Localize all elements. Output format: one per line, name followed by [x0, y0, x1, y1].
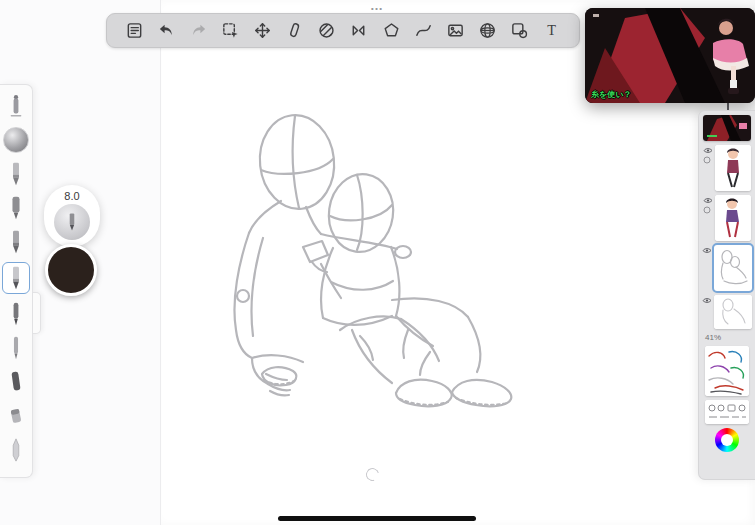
- fill-pattern-icon: [317, 21, 336, 40]
- tool-liner[interactable]: [2, 334, 30, 362]
- blend-icon: [703, 156, 711, 164]
- tool-pencil-selected[interactable]: [2, 262, 30, 294]
- pip-subtitle: 糸を使い？: [591, 89, 631, 100]
- image-icon: [446, 21, 465, 40]
- pages-icon: [125, 21, 144, 40]
- shape-icon: [382, 21, 401, 40]
- airbrush-icon: [7, 93, 25, 119]
- redo-button[interactable]: [185, 18, 211, 44]
- symmetry-icon: [349, 21, 368, 40]
- current-color-swatch[interactable]: [45, 244, 97, 296]
- curve-icon: [414, 21, 433, 40]
- tool-pencil-hb[interactable]: [2, 228, 30, 256]
- layer-thumb-image: [715, 145, 751, 191]
- color-sphere-icon: [3, 127, 29, 153]
- image-button[interactable]: [442, 18, 468, 44]
- undo-button[interactable]: [153, 18, 179, 44]
- eye-icon[interactable]: [702, 297, 712, 304]
- brush-strip: [0, 84, 33, 478]
- color-wheel-button[interactable]: [715, 428, 739, 452]
- home-indicator[interactable]: [278, 516, 476, 521]
- liner-icon: [7, 335, 25, 361]
- layer-thumb[interactable]: [715, 145, 751, 191]
- charcoal-icon: [7, 369, 25, 395]
- window-drag-handle[interactable]: …: [370, 0, 385, 13]
- layer-thumb-selected[interactable]: [714, 245, 752, 291]
- layer-row-character-1[interactable]: [703, 145, 751, 191]
- tool-eraser[interactable]: [2, 402, 30, 430]
- transform-icon: [253, 21, 272, 40]
- pencil-icon: [7, 229, 25, 255]
- layer-opacity-label: 41%: [699, 333, 721, 342]
- tool-marker[interactable]: [2, 194, 30, 222]
- brush-size-label: 8.0: [64, 190, 79, 202]
- marker-icon: [7, 195, 25, 221]
- smudge-button[interactable]: [282, 18, 308, 44]
- tool-pen[interactable]: [2, 300, 30, 328]
- layer-row-character-2[interactable]: [703, 195, 751, 241]
- brush-tip-icon: [65, 212, 79, 232]
- layers-panel: 41%: [698, 110, 755, 480]
- tool-color-sphere[interactable]: [2, 126, 30, 154]
- pip-video[interactable]: 糸を使い？: [585, 8, 755, 103]
- layer-thumb-image: [705, 400, 749, 424]
- layer-row-sketch-current[interactable]: [702, 245, 752, 291]
- svg-text:T: T: [547, 22, 556, 38]
- perspective-grid-button[interactable]: [475, 18, 501, 44]
- curve-button[interactable]: [410, 18, 436, 44]
- smudge-icon: [285, 21, 304, 40]
- brush-preview: [54, 204, 90, 240]
- shape-button[interactable]: [378, 18, 404, 44]
- pen-icon: [7, 301, 25, 327]
- symmetry-button[interactable]: [346, 18, 372, 44]
- perspective-grid-icon: [478, 21, 497, 40]
- text-icon: T: [542, 21, 561, 40]
- layer-thumb-image: [715, 195, 751, 241]
- tool-blender[interactable]: [2, 436, 30, 464]
- layer-thumb-image: [714, 295, 752, 329]
- blender-icon: [7, 437, 25, 463]
- brush-strip-tab[interactable]: [33, 292, 41, 334]
- eye-icon[interactable]: [702, 247, 712, 254]
- main-toolbar: T: [106, 13, 580, 48]
- undo-icon: [157, 21, 176, 40]
- eye-icon[interactable]: [703, 197, 713, 204]
- pencil-icon: [7, 265, 25, 291]
- tool-charcoal[interactable]: [2, 368, 30, 396]
- tool-pencil-soft[interactable]: [2, 160, 30, 188]
- reference-thumb-image: [703, 115, 751, 141]
- layer-thumb-color-rough[interactable]: [705, 346, 749, 396]
- eraser-icon: [7, 403, 25, 429]
- select-button[interactable]: [217, 18, 243, 44]
- layer-thumb[interactable]: [714, 295, 752, 329]
- select-icon: [221, 21, 240, 40]
- pencil-icon: [7, 161, 25, 187]
- blend-icon: [703, 206, 711, 214]
- reference-thumb[interactable]: [703, 115, 751, 141]
- text-button[interactable]: T: [539, 18, 565, 44]
- tool-airbrush[interactable]: [2, 92, 30, 120]
- layer-thumb[interactable]: [715, 195, 751, 241]
- brush-size-popover[interactable]: 8.0: [44, 185, 100, 247]
- layer-thumb-image: [705, 346, 749, 396]
- eye-icon[interactable]: [703, 147, 713, 154]
- layer-thumb-parts[interactable]: [705, 400, 749, 424]
- sticker-button[interactable]: [507, 18, 533, 44]
- redo-icon: [189, 21, 208, 40]
- sticker-icon: [510, 21, 529, 40]
- transform-button[interactable]: [250, 18, 276, 44]
- pages-button[interactable]: [121, 18, 147, 44]
- layer-thumb-image: [714, 245, 752, 291]
- layer-row-sketch-under[interactable]: [702, 295, 752, 329]
- fill-pattern-button[interactable]: [314, 18, 340, 44]
